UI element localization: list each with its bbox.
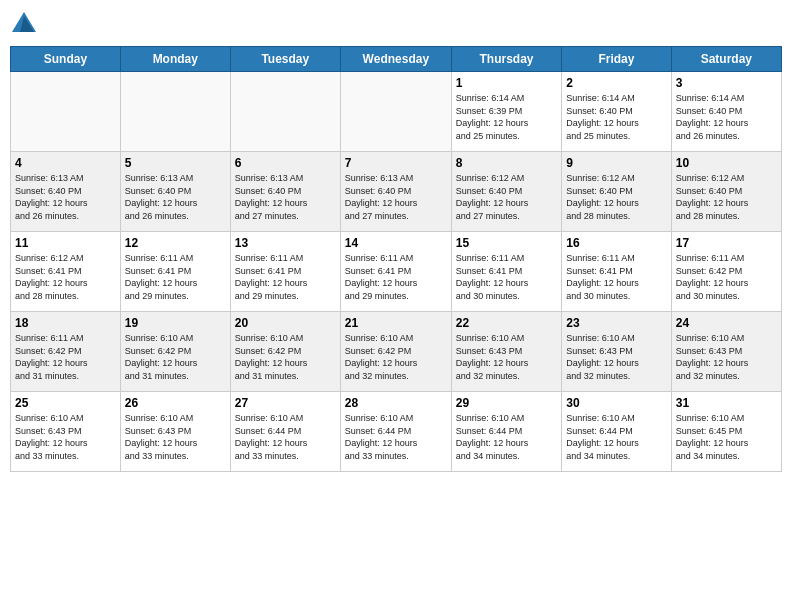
calendar-cell: 8Sunrise: 6:12 AM Sunset: 6:40 PM Daylig…	[451, 152, 561, 232]
day-number: 28	[345, 395, 447, 411]
calendar-cell: 11Sunrise: 6:12 AM Sunset: 6:41 PM Dayli…	[11, 232, 121, 312]
day-number: 16	[566, 235, 667, 251]
calendar-cell: 10Sunrise: 6:12 AM Sunset: 6:40 PM Dayli…	[671, 152, 781, 232]
calendar-cell: 22Sunrise: 6:10 AM Sunset: 6:43 PM Dayli…	[451, 312, 561, 392]
day-info: Sunrise: 6:14 AM Sunset: 6:39 PM Dayligh…	[456, 92, 557, 142]
day-info: Sunrise: 6:10 AM Sunset: 6:42 PM Dayligh…	[235, 332, 336, 382]
calendar-cell: 18Sunrise: 6:11 AM Sunset: 6:42 PM Dayli…	[11, 312, 121, 392]
calendar-cell: 4Sunrise: 6:13 AM Sunset: 6:40 PM Daylig…	[11, 152, 121, 232]
day-number: 9	[566, 155, 667, 171]
calendar-cell: 9Sunrise: 6:12 AM Sunset: 6:40 PM Daylig…	[562, 152, 672, 232]
calendar-cell: 3Sunrise: 6:14 AM Sunset: 6:40 PM Daylig…	[671, 72, 781, 152]
day-info: Sunrise: 6:12 AM Sunset: 6:41 PM Dayligh…	[15, 252, 116, 302]
day-info: Sunrise: 6:12 AM Sunset: 6:40 PM Dayligh…	[676, 172, 777, 222]
calendar-header-wednesday: Wednesday	[340, 47, 451, 72]
day-number: 30	[566, 395, 667, 411]
calendar-header-sunday: Sunday	[11, 47, 121, 72]
day-info: Sunrise: 6:10 AM Sunset: 6:44 PM Dayligh…	[345, 412, 447, 462]
day-number: 29	[456, 395, 557, 411]
calendar-week-row: 11Sunrise: 6:12 AM Sunset: 6:41 PM Dayli…	[11, 232, 782, 312]
day-info: Sunrise: 6:11 AM Sunset: 6:41 PM Dayligh…	[235, 252, 336, 302]
calendar-cell: 30Sunrise: 6:10 AM Sunset: 6:44 PM Dayli…	[562, 392, 672, 472]
day-info: Sunrise: 6:13 AM Sunset: 6:40 PM Dayligh…	[125, 172, 226, 222]
calendar-header-saturday: Saturday	[671, 47, 781, 72]
day-info: Sunrise: 6:10 AM Sunset: 6:43 PM Dayligh…	[456, 332, 557, 382]
day-number: 20	[235, 315, 336, 331]
calendar-cell	[120, 72, 230, 152]
day-number: 23	[566, 315, 667, 331]
day-info: Sunrise: 6:11 AM Sunset: 6:42 PM Dayligh…	[676, 252, 777, 302]
day-number: 1	[456, 75, 557, 91]
calendar-cell	[340, 72, 451, 152]
day-number: 17	[676, 235, 777, 251]
calendar-cell: 5Sunrise: 6:13 AM Sunset: 6:40 PM Daylig…	[120, 152, 230, 232]
day-info: Sunrise: 6:10 AM Sunset: 6:45 PM Dayligh…	[676, 412, 777, 462]
day-info: Sunrise: 6:10 AM Sunset: 6:43 PM Dayligh…	[676, 332, 777, 382]
calendar-cell: 21Sunrise: 6:10 AM Sunset: 6:42 PM Dayli…	[340, 312, 451, 392]
day-number: 3	[676, 75, 777, 91]
day-info: Sunrise: 6:11 AM Sunset: 6:41 PM Dayligh…	[456, 252, 557, 302]
day-number: 15	[456, 235, 557, 251]
day-number: 31	[676, 395, 777, 411]
calendar-cell: 6Sunrise: 6:13 AM Sunset: 6:40 PM Daylig…	[230, 152, 340, 232]
day-info: Sunrise: 6:12 AM Sunset: 6:40 PM Dayligh…	[566, 172, 667, 222]
calendar-cell: 27Sunrise: 6:10 AM Sunset: 6:44 PM Dayli…	[230, 392, 340, 472]
calendar-header-tuesday: Tuesday	[230, 47, 340, 72]
calendar-cell: 19Sunrise: 6:10 AM Sunset: 6:42 PM Dayli…	[120, 312, 230, 392]
day-number: 12	[125, 235, 226, 251]
day-info: Sunrise: 6:11 AM Sunset: 6:41 PM Dayligh…	[125, 252, 226, 302]
calendar-cell: 7Sunrise: 6:13 AM Sunset: 6:40 PM Daylig…	[340, 152, 451, 232]
calendar-cell: 14Sunrise: 6:11 AM Sunset: 6:41 PM Dayli…	[340, 232, 451, 312]
day-info: Sunrise: 6:11 AM Sunset: 6:41 PM Dayligh…	[566, 252, 667, 302]
calendar-cell	[11, 72, 121, 152]
calendar-cell: 12Sunrise: 6:11 AM Sunset: 6:41 PM Dayli…	[120, 232, 230, 312]
day-info: Sunrise: 6:13 AM Sunset: 6:40 PM Dayligh…	[345, 172, 447, 222]
day-number: 11	[15, 235, 116, 251]
day-number: 25	[15, 395, 116, 411]
day-info: Sunrise: 6:10 AM Sunset: 6:44 PM Dayligh…	[456, 412, 557, 462]
header	[10, 10, 782, 38]
day-number: 14	[345, 235, 447, 251]
day-number: 18	[15, 315, 116, 331]
calendar-week-row: 25Sunrise: 6:10 AM Sunset: 6:43 PM Dayli…	[11, 392, 782, 472]
logo	[10, 10, 42, 38]
calendar-week-row: 18Sunrise: 6:11 AM Sunset: 6:42 PM Dayli…	[11, 312, 782, 392]
day-number: 4	[15, 155, 116, 171]
day-number: 8	[456, 155, 557, 171]
day-number: 22	[456, 315, 557, 331]
day-number: 26	[125, 395, 226, 411]
calendar-cell: 17Sunrise: 6:11 AM Sunset: 6:42 PM Dayli…	[671, 232, 781, 312]
day-info: Sunrise: 6:10 AM Sunset: 6:43 PM Dayligh…	[15, 412, 116, 462]
calendar-week-row: 4Sunrise: 6:13 AM Sunset: 6:40 PM Daylig…	[11, 152, 782, 232]
calendar-header-row: SundayMondayTuesdayWednesdayThursdayFrid…	[11, 47, 782, 72]
day-info: Sunrise: 6:13 AM Sunset: 6:40 PM Dayligh…	[235, 172, 336, 222]
calendar-cell: 13Sunrise: 6:11 AM Sunset: 6:41 PM Dayli…	[230, 232, 340, 312]
calendar-header-thursday: Thursday	[451, 47, 561, 72]
day-info: Sunrise: 6:13 AM Sunset: 6:40 PM Dayligh…	[15, 172, 116, 222]
day-info: Sunrise: 6:11 AM Sunset: 6:42 PM Dayligh…	[15, 332, 116, 382]
day-info: Sunrise: 6:14 AM Sunset: 6:40 PM Dayligh…	[676, 92, 777, 142]
day-number: 13	[235, 235, 336, 251]
day-number: 7	[345, 155, 447, 171]
calendar-cell: 28Sunrise: 6:10 AM Sunset: 6:44 PM Dayli…	[340, 392, 451, 472]
day-info: Sunrise: 6:10 AM Sunset: 6:44 PM Dayligh…	[235, 412, 336, 462]
day-info: Sunrise: 6:12 AM Sunset: 6:40 PM Dayligh…	[456, 172, 557, 222]
day-info: Sunrise: 6:10 AM Sunset: 6:44 PM Dayligh…	[566, 412, 667, 462]
calendar-week-row: 1Sunrise: 6:14 AM Sunset: 6:39 PM Daylig…	[11, 72, 782, 152]
calendar-cell: 29Sunrise: 6:10 AM Sunset: 6:44 PM Dayli…	[451, 392, 561, 472]
day-number: 21	[345, 315, 447, 331]
calendar-cell	[230, 72, 340, 152]
calendar-cell: 20Sunrise: 6:10 AM Sunset: 6:42 PM Dayli…	[230, 312, 340, 392]
calendar-cell: 31Sunrise: 6:10 AM Sunset: 6:45 PM Dayli…	[671, 392, 781, 472]
calendar-cell: 1Sunrise: 6:14 AM Sunset: 6:39 PM Daylig…	[451, 72, 561, 152]
calendar-table: SundayMondayTuesdayWednesdayThursdayFrid…	[10, 46, 782, 472]
calendar-cell: 24Sunrise: 6:10 AM Sunset: 6:43 PM Dayli…	[671, 312, 781, 392]
day-number: 6	[235, 155, 336, 171]
logo-icon	[10, 10, 38, 38]
day-number: 10	[676, 155, 777, 171]
calendar-header-monday: Monday	[120, 47, 230, 72]
day-number: 5	[125, 155, 226, 171]
day-info: Sunrise: 6:10 AM Sunset: 6:43 PM Dayligh…	[566, 332, 667, 382]
calendar-cell: 26Sunrise: 6:10 AM Sunset: 6:43 PM Dayli…	[120, 392, 230, 472]
page: SundayMondayTuesdayWednesdayThursdayFrid…	[0, 0, 792, 612]
